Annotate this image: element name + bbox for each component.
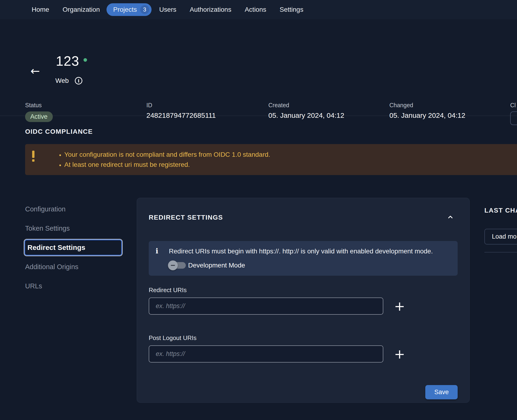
nav-item-projects-label: Projects (113, 6, 137, 13)
add-redirect-uri-button[interactable]: + (392, 301, 407, 311)
nav-item-settings[interactable]: Settings (280, 6, 303, 13)
meta-changed: Changed 05. January 2024, 04:12 (389, 102, 465, 120)
meta-created-value: 05. January 2024, 04:12 (268, 112, 344, 120)
nav-item-projects[interactable]: Projects 3 (106, 3, 151, 16)
warning-item: Your configuration is not compliant and … (64, 151, 270, 158)
post-logout-uri-input[interactable] (149, 345, 383, 362)
add-post-logout-uri-button[interactable]: + (392, 349, 407, 359)
meta-id: ID 248218794772685111 (146, 102, 216, 120)
app-subtitle-row: Web i (55, 77, 82, 84)
development-mode-label: Development Mode (188, 262, 245, 269)
redirect-info-text: Redirect URIs must begin with https://. … (169, 247, 433, 255)
meta-truncated-column: Cl (510, 102, 517, 125)
warning-item: At least one redirect uri must be regist… (64, 161, 270, 168)
changes-divider (484, 252, 517, 253)
app-type-label: Web (55, 77, 69, 84)
back-arrow-icon[interactable]: ← (30, 65, 40, 76)
card-title-row: REDIRECT SETTINGS (149, 213, 458, 222)
meta-changed-value: 05. January 2024, 04:12 (389, 112, 465, 120)
post-logout-uris-label: Post Logout URIs (149, 334, 458, 342)
meta-id-value: 248218794772685111 (146, 112, 216, 120)
truncated-chip[interactable] (510, 112, 517, 125)
info-i-icon: i (154, 247, 160, 255)
last-changes-panel: LAST CHA Load mo (484, 207, 517, 253)
last-changes-heading: LAST CHA (484, 207, 517, 214)
info-row: i Redirect URIs must begin with https://… (154, 247, 451, 255)
top-nav: Home Organization Projects 3 Users Autho… (0, 0, 517, 19)
sidebar-item-configuration[interactable]: Configuration (25, 199, 124, 219)
app-title-row: 123 (56, 53, 87, 69)
redirect-info-box: i Redirect URIs must begin with https://… (149, 241, 458, 276)
warning-exclamation-icon (30, 151, 37, 162)
app-detail-page: Home Organization Projects 3 Users Autho… (0, 0, 517, 420)
page-title: 123 (56, 53, 79, 69)
meta-created-label: Created (268, 102, 344, 109)
info-icon[interactable]: i (75, 77, 82, 84)
status-badge: Active (25, 112, 53, 122)
meta-truncated-label: Cl (510, 102, 517, 109)
warning-list: Your configuration is not compliant and … (54, 148, 270, 171)
nav-item-authorizations[interactable]: Authorizations (190, 6, 231, 13)
nav-item-actions[interactable]: Actions (245, 6, 266, 13)
development-mode-row: Development Mode (168, 262, 451, 269)
sidebar-item-urls[interactable]: URLs (25, 276, 124, 296)
meta-created: Created 05. January 2024, 04:12 (268, 102, 344, 120)
save-row: Save (149, 385, 458, 399)
redirect-settings-card: REDIRECT SETTINGS i Redirect URIs must b… (137, 198, 470, 403)
redirect-uri-input[interactable] (149, 298, 383, 315)
load-more-button[interactable]: Load mo (484, 229, 517, 245)
post-logout-uris-row: + (149, 345, 458, 362)
save-button[interactable]: Save (425, 385, 458, 399)
chevron-up-icon[interactable] (446, 213, 455, 222)
projects-count-badge: 3 (140, 5, 149, 14)
section-sidebar: Configuration Token Settings Redirect Se… (25, 199, 124, 296)
app-header: ← 123 Web i Status Active ID 24821879477… (0, 19, 517, 116)
nav-item-home[interactable]: Home (32, 6, 49, 13)
redirect-uris-label: Redirect URIs (149, 286, 458, 294)
meta-status: Status Active (25, 102, 53, 122)
sidebar-item-additional-origins[interactable]: Additional Origins (25, 257, 124, 276)
sidebar-item-redirect-settings[interactable]: Redirect Settings (24, 240, 122, 255)
meta-id-label: ID (146, 102, 216, 109)
meta-changed-label: Changed (389, 102, 465, 109)
oidc-compliance-heading: OIDC COMPLIANCE (25, 128, 93, 135)
card-title: REDIRECT SETTINGS (149, 214, 223, 221)
active-state-dot-icon (83, 58, 87, 62)
compliance-warning-box: Your configuration is not compliant and … (25, 144, 517, 175)
redirect-uris-row: + (149, 298, 458, 315)
nav-item-users[interactable]: Users (159, 6, 176, 13)
development-mode-toggle[interactable] (168, 262, 186, 269)
sidebar-item-token-settings[interactable]: Token Settings (25, 219, 124, 238)
meta-status-label: Status (25, 102, 53, 109)
nav-item-organization[interactable]: Organization (63, 6, 100, 13)
